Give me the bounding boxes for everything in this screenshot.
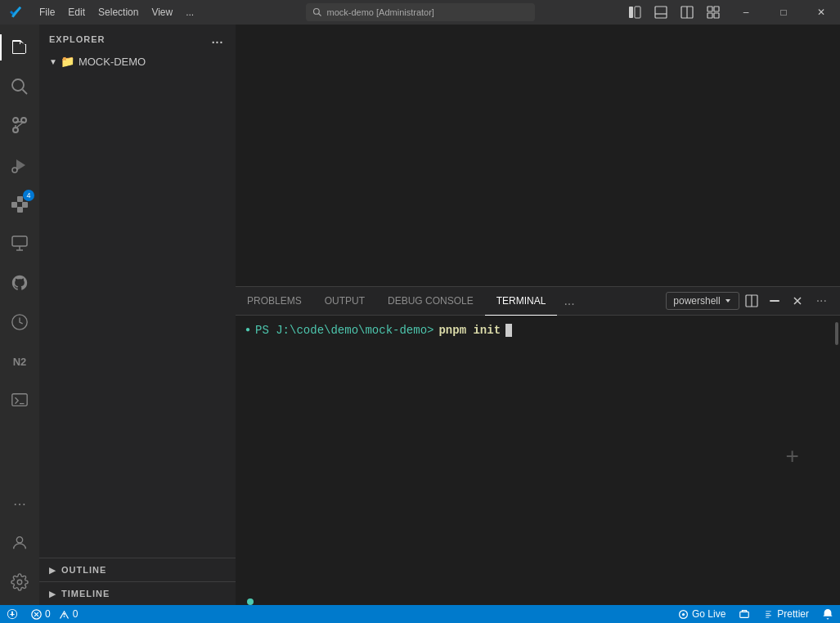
svg-point-28	[17, 580, 22, 585]
status-bar: 0 0 Go Live Prettier	[0, 605, 840, 623]
activity-account[interactable]	[0, 523, 39, 562]
close-btn[interactable]: ✕	[802, 0, 840, 25]
extensions-badge: 4	[23, 190, 34, 201]
title-search[interactable]: mock-demo [Administrator]	[306, 3, 535, 21]
terminal-line-1: ● PS J:\code\demo\mock-demo> pnpm init	[245, 322, 822, 338]
activity-bar: 4 N2 ⋯	[0, 25, 39, 605]
activity-remote[interactable]	[0, 224, 39, 263]
status-go-live[interactable]: Go Live	[672, 605, 732, 623]
sidebar: EXPLORER ... ▼ 📁 MOCK-DEMO ▶ OUTLINE ▶ T…	[39, 25, 236, 605]
outline-panel-header[interactable]: ▶ OUTLINE	[39, 558, 236, 581]
menu-more[interactable]: ...	[179, 0, 200, 25]
title-bar: File Edit Selection View ... mock-demo […	[0, 0, 840, 25]
panel-layout-icon[interactable]	[649, 0, 673, 25]
svg-rect-3	[635, 7, 640, 18]
outline-panel: ▶ OUTLINE	[39, 558, 236, 581]
prettier-text: Prettier	[777, 608, 809, 620]
svg-rect-11	[714, 13, 719, 18]
activity-explorer[interactable]	[0, 28, 39, 67]
svg-rect-8	[707, 7, 712, 11]
menu-edit[interactable]: Edit	[61, 0, 92, 25]
status-left: 0 0	[0, 605, 84, 623]
tab-debug-console[interactable]: DEBUG CONSOLE	[376, 287, 485, 316]
maximize-btn[interactable]: □	[765, 0, 802, 25]
menu-file[interactable]: File	[33, 0, 61, 25]
outline-label: OUTLINE	[61, 565, 106, 575]
minimize-btn[interactable]: –	[727, 0, 765, 25]
terminal-indicator-bar	[236, 598, 840, 605]
panel-right-more[interactable]: ···	[810, 287, 833, 316]
svg-point-0	[313, 9, 319, 15]
svg-rect-19	[17, 196, 23, 202]
sidebar-more-btn[interactable]: ...	[209, 31, 226, 47]
grid-layout-icon[interactable]	[701, 0, 725, 25]
svg-line-13	[23, 90, 28, 95]
timeline-panel-header[interactable]: ▶ TIMELINE	[39, 582, 236, 605]
activity-extensions[interactable]: 4	[0, 185, 39, 224]
activity-search[interactable]	[0, 67, 39, 106]
shell-label[interactable]: powershell	[666, 292, 739, 310]
split-layout-icon[interactable]	[675, 0, 699, 25]
kill-terminal-btn[interactable]	[764, 290, 785, 312]
status-errors[interactable]: 0 0	[25, 605, 84, 623]
svg-rect-4	[655, 7, 667, 18]
window-controls: – □ ✕	[727, 0, 840, 25]
app-logo	[0, 6, 33, 19]
layout-icons	[622, 0, 725, 25]
terminal-indicator-dot	[247, 598, 254, 605]
terminal-cursor	[505, 324, 512, 337]
svg-point-27	[16, 537, 22, 543]
sidebar-layout-icon[interactable]	[622, 0, 647, 25]
delete-terminal-btn[interactable]	[787, 290, 808, 312]
main-content: 4 N2 ⋯	[0, 25, 840, 605]
go-live-text: Go Live	[692, 608, 725, 620]
activity-run[interactable]	[0, 146, 39, 185]
editor-main	[236, 25, 840, 286]
activity-more[interactable]: ⋯	[0, 484, 39, 523]
scrollbar-thumb	[835, 322, 838, 345]
status-port[interactable]	[732, 605, 757, 623]
panel-tabs-bar: PROBLEMS OUTPUT DEBUG CONSOLE TERMINAL .…	[236, 287, 840, 316]
folder-mock-demo[interactable]: ▼ 📁 MOCK-DEMO	[39, 53, 236, 69]
panel-tabs-right: powershell	[666, 287, 840, 316]
terminal-dot: ●	[245, 322, 250, 338]
terminal-wrapper: ● PS J:\code\demo\mock-demo> pnpm init +	[236, 316, 840, 598]
terminal-prompt: PS J:\code\demo\mock-demo>	[255, 322, 433, 338]
terminal-scrollbar[interactable]	[832, 316, 840, 598]
error-count: 0	[45, 608, 51, 620]
folder-icon: 📁	[61, 55, 74, 68]
sidebar-actions: ...	[209, 31, 226, 47]
svg-rect-31	[770, 300, 779, 302]
tab-output[interactable]: OUTPUT	[313, 287, 376, 316]
tab-terminal[interactable]: TERMINAL	[485, 287, 558, 316]
activity-github[interactable]	[0, 263, 39, 303]
activity-timeline[interactable]	[0, 303, 39, 342]
split-terminal-btn[interactable]	[741, 290, 762, 312]
svg-rect-37	[740, 612, 749, 617]
status-right: Go Live Prettier	[672, 605, 840, 623]
panel-tabs-more[interactable]: ...	[557, 287, 581, 316]
terminal-command: pnpm init	[438, 322, 501, 338]
svg-rect-10	[707, 13, 712, 18]
menu-view[interactable]: View	[145, 0, 179, 25]
outline-arrow: ▶	[49, 566, 56, 575]
timeline-arrow: ▶	[49, 589, 56, 598]
activity-terminal[interactable]	[0, 381, 39, 420]
svg-rect-21	[17, 207, 23, 213]
activity-settings[interactable]	[0, 562, 39, 602]
menu-selection[interactable]: Selection	[92, 0, 145, 25]
status-remote[interactable]	[0, 605, 25, 623]
folder-arrow: ▼	[49, 57, 57, 66]
shell-name: powershell	[673, 295, 720, 307]
svg-point-12	[12, 79, 24, 91]
activity-bar-bottom: ⋯	[0, 484, 39, 605]
status-notifications[interactable]	[815, 605, 840, 623]
svg-rect-18	[11, 202, 17, 208]
status-prettier[interactable]: Prettier	[757, 605, 815, 623]
activity-n2[interactable]: N2	[0, 342, 39, 381]
warning-count: 0	[73, 608, 79, 620]
terminal-content[interactable]: ● PS J:\code\demo\mock-demo> pnpm init +	[236, 316, 832, 598]
terminal-plus-icon: +	[785, 445, 799, 470]
activity-source-control[interactable]	[0, 106, 39, 146]
tab-problems[interactable]: PROBLEMS	[236, 287, 313, 316]
